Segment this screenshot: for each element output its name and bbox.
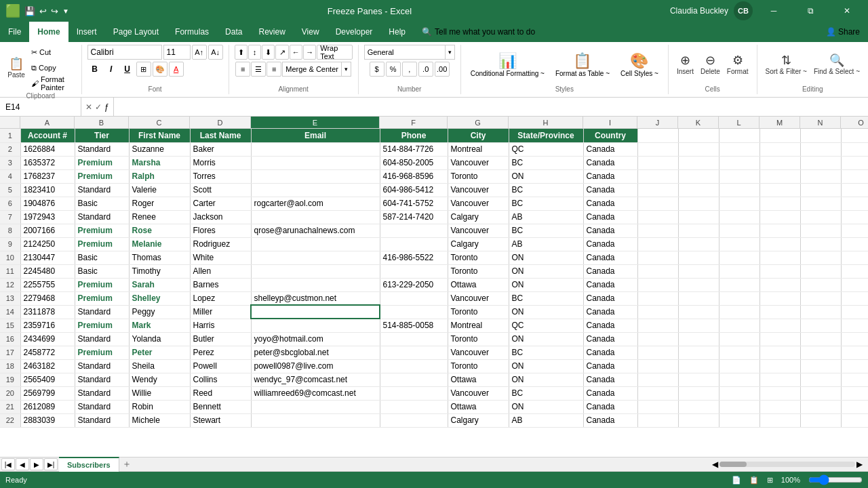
cell-K-18[interactable] [678, 359, 719, 373]
cell-email-6[interactable]: rogcarter@aol.com [251, 197, 380, 210]
cell-country-8[interactable]: Canada [583, 224, 637, 237]
cell-country-5[interactable]: Canada [583, 183, 637, 197]
row-header-14[interactable]: 14 [0, 305, 20, 319]
cell-J-16[interactable] [637, 332, 678, 346]
cell-N-9[interactable] [800, 237, 841, 251]
cell-state-19[interactable]: ON [509, 373, 583, 386]
cell-email-20[interactable]: williamreed69@comcast.net [251, 386, 380, 400]
underline-button[interactable]: U [120, 62, 135, 77]
last-sheet-btn[interactable]: ▶| [44, 458, 58, 470]
cell-K-17[interactable] [678, 346, 719, 359]
cell-phone-18[interactable] [380, 359, 448, 373]
cell-city-5[interactable]: Vancouver [448, 183, 509, 197]
header-firstname[interactable]: First Name [129, 129, 190, 142]
row-header-6[interactable]: 6 [0, 197, 20, 210]
number-format-display[interactable]: General [364, 45, 446, 60]
cell-tier-3[interactable]: Premium [75, 156, 129, 169]
cell-city-13[interactable]: Vancouver [448, 291, 509, 305]
scroll-right-btn[interactable]: ▶ [856, 460, 863, 469]
cell-L-13[interactable] [719, 291, 760, 305]
col-header-N[interactable]: N [800, 117, 841, 128]
cell-state-4[interactable]: ON [509, 169, 583, 183]
cell-lastname-3[interactable]: Morris [190, 156, 251, 169]
col-header-K[interactable]: K [678, 117, 719, 128]
cell-account-4[interactable]: 1768237 [20, 169, 75, 183]
cell-N-11[interactable] [800, 264, 841, 278]
cell-lastname-6[interactable]: Carter [190, 197, 251, 210]
merge-center-btn[interactable]: Merge & Center [282, 62, 342, 77]
cell-country-12[interactable]: Canada [583, 278, 637, 291]
row-header-17[interactable]: 17 [0, 346, 20, 359]
cell-firstname-21[interactable]: Robin [129, 400, 190, 413]
cell-L-7[interactable] [719, 210, 760, 224]
header-state[interactable]: State/Province [509, 129, 583, 142]
row-header-8[interactable]: 8 [0, 224, 20, 237]
cell-N-8[interactable] [800, 224, 841, 237]
cell-J-21[interactable] [637, 400, 678, 413]
align-middle-btn[interactable]: ↕ [248, 45, 261, 60]
cell-J-15[interactable] [637, 319, 678, 332]
tab-file[interactable]: File [0, 22, 29, 42]
cell-phone-12[interactable]: 613-229-2050 [380, 278, 448, 291]
cell-account-8[interactable]: 2007166 [20, 224, 75, 237]
prev-sheet-btn[interactable]: ◀ [16, 458, 29, 470]
cell-M-11[interactable] [760, 264, 800, 278]
cell-account-9[interactable]: 2124250 [20, 237, 75, 251]
cell-M-21[interactable] [760, 400, 800, 413]
cell-lastname-11[interactable]: Allen [190, 264, 251, 278]
sheet-view-layout[interactable]: 📋 [749, 476, 759, 485]
header-email[interactable]: Email [251, 129, 380, 142]
cell-state-10[interactable]: ON [509, 251, 583, 264]
format-cells-btn[interactable]: ⚙ Format [724, 53, 751, 77]
cell-firstname-20[interactable]: Willie [129, 386, 190, 400]
cell-M-22[interactable] [760, 413, 800, 427]
cell-N-7[interactable] [800, 210, 841, 224]
cell-lastname-2[interactable]: Baker [190, 142, 251, 156]
cell-K-9[interactable] [678, 237, 719, 251]
cell-city-17[interactable]: Vancouver [448, 346, 509, 359]
cell-L-14[interactable] [719, 305, 760, 319]
col-header-A[interactable]: A [20, 117, 75, 128]
cell-N-20[interactable] [800, 386, 841, 400]
restore-button[interactable]: ⧉ [795, 0, 826, 22]
cell-lastname-10[interactable]: White [190, 251, 251, 264]
cell-N-18[interactable] [800, 359, 841, 373]
user-avatar[interactable]: CB [734, 1, 753, 20]
cell-account-6[interactable]: 1904876 [20, 197, 75, 210]
cell-phone-22[interactable] [380, 413, 448, 427]
cell-state-13[interactable]: BC [509, 291, 583, 305]
cell-email-12[interactable] [251, 278, 380, 291]
format-painter-button[interactable]: 🖌 Format Painter [28, 76, 76, 91]
cell-email-15[interactable] [251, 319, 380, 332]
row-header-12[interactable]: 12 [0, 278, 20, 291]
share-btn[interactable]: 👤 Share [818, 22, 868, 42]
cell-tier-2[interactable]: Standard [75, 142, 129, 156]
cell-city-18[interactable]: Toronto [448, 359, 509, 373]
cell-phone-10[interactable]: 416-986-5522 [380, 251, 448, 264]
bold-button[interactable]: B [87, 62, 102, 77]
cell-city-2[interactable]: Montreal [448, 142, 509, 156]
cell-M-4[interactable] [760, 169, 800, 183]
zoom-slider[interactable] [808, 474, 863, 485]
decimal-increase-btn[interactable]: .0 [418, 62, 433, 77]
sheet-tab-subscribers[interactable]: Subscribers [59, 457, 119, 472]
col-header-B[interactable]: B [75, 117, 129, 128]
row-header-13[interactable]: 13 [0, 291, 20, 305]
cell-tier-12[interactable]: Premium [75, 278, 129, 291]
cell-J-20[interactable] [637, 386, 678, 400]
scroll-left-btn[interactable]: ◀ [712, 460, 718, 469]
row-header-2[interactable]: 2 [0, 142, 20, 156]
tab-formulas[interactable]: Formulas [167, 22, 217, 42]
cell-J-12[interactable] [637, 278, 678, 291]
col-header-M[interactable]: M [760, 117, 800, 128]
sheet-view-page[interactable]: ⊞ [767, 476, 773, 485]
cell-O-11[interactable] [841, 264, 868, 278]
cell-M-18[interactable] [760, 359, 800, 373]
horizontal-scrollbar[interactable] [719, 462, 855, 467]
cell-phone-17[interactable] [380, 346, 448, 359]
cell-state-8[interactable]: BC [509, 224, 583, 237]
cell-K-14[interactable] [678, 305, 719, 319]
cell-country-15[interactable]: Canada [583, 319, 637, 332]
cell-city-3[interactable]: Vancouver [448, 156, 509, 169]
cell-K-2[interactable] [678, 142, 719, 156]
